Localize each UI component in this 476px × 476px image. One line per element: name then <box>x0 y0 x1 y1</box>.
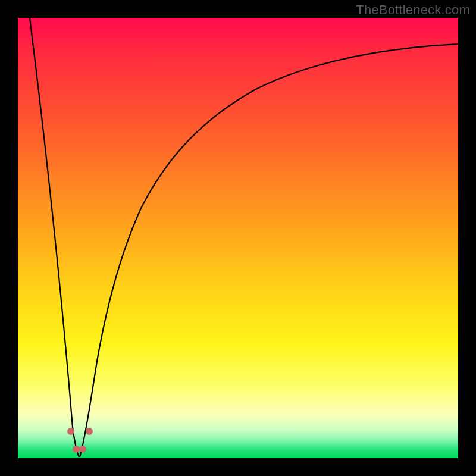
marker-dot <box>67 428 74 435</box>
marker-dot <box>86 428 93 435</box>
attribution-label: TheBottleneck.com <box>356 2 470 18</box>
marker-dot <box>79 446 86 453</box>
outer-frame: TheBottleneck.com <box>0 0 476 476</box>
valley-markers <box>67 428 93 453</box>
curve-left-branch <box>30 18 79 457</box>
plot-area <box>18 18 458 458</box>
bottleneck-curve <box>18 18 458 458</box>
marker-dot <box>73 446 80 453</box>
curve-right-branch <box>80 44 458 457</box>
